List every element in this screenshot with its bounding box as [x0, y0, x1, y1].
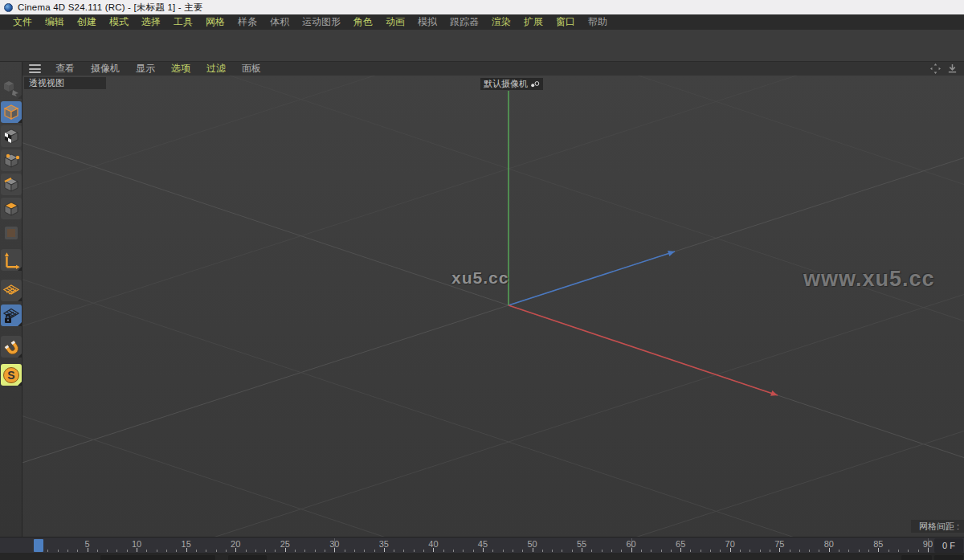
- timeline-tick: [591, 550, 592, 552]
- timeline-tick: [661, 550, 662, 552]
- timeline-tick: [403, 550, 404, 552]
- main-menu-bar: 文件编辑创建模式选择工具网格样条体积运动图形角色动画模拟跟踪器渲染扩展窗口帮助: [0, 14, 964, 30]
- viewport-menu-item[interactable]: 显示: [128, 62, 163, 76]
- viewport-menu-bar: 查看摄像机显示选项过滤面板: [22, 62, 964, 76]
- menu-item[interactable]: 样条: [231, 15, 263, 29]
- timeline-tick: [720, 550, 721, 552]
- workplane-mode-button[interactable]: [1, 280, 22, 301]
- clipped-field: [901, 555, 932, 560]
- timeline-tick: [740, 550, 741, 552]
- points-mode-button[interactable]: [1, 149, 22, 171]
- lock-workplane-button[interactable]: [1, 305, 22, 326]
- timeline-tick: [839, 550, 839, 552]
- menu-item[interactable]: 角色: [347, 15, 379, 29]
- timeline-tick: [364, 550, 365, 552]
- lock-workplane-icon: [2, 306, 21, 325]
- menu-item[interactable]: 扩展: [517, 15, 549, 29]
- viewport-menu-item[interactable]: 摄像机: [83, 62, 128, 76]
- timeline-tick: [671, 550, 672, 552]
- make-editable-icon: [2, 79, 21, 98]
- timeline-tick: [354, 550, 355, 552]
- timeline-tick: [116, 550, 117, 552]
- cinema4d-window: Cinema 4D S24.111 (RC) - [未标题 1] - 主要 文件…: [0, 0, 964, 560]
- watermark-center: xu5.cc: [451, 268, 509, 288]
- view-label-box: 透视视图: [24, 77, 106, 89]
- camera-swap-icon[interactable]: [530, 80, 540, 88]
- timeline-tick: [67, 550, 68, 552]
- timeline-tick: [206, 550, 206, 552]
- timeline-tick: [246, 550, 247, 552]
- timeline-tick: [572, 550, 573, 552]
- timeline-tick: [423, 550, 424, 552]
- make-editable-button[interactable]: [1, 77, 22, 99]
- menu-item[interactable]: 文件: [6, 15, 39, 29]
- menu-item[interactable]: 模式: [103, 15, 135, 29]
- timeline-tick: [503, 550, 504, 552]
- timeline-tick: [47, 550, 48, 552]
- model-mode-button[interactable]: [1, 101, 22, 123]
- current-frame-marker[interactable]: [34, 539, 43, 552]
- timeline-tick: [898, 550, 899, 552]
- menu-item[interactable]: 运动图形: [296, 15, 347, 29]
- edges-mode-button[interactable]: [1, 174, 22, 195]
- timeline-tick: [868, 550, 869, 552]
- timeline-tick: [463, 550, 464, 552]
- polygons-mode-button[interactable]: [1, 198, 22, 219]
- timeline-tick: [334, 548, 335, 552]
- timeline-tick: [483, 548, 484, 552]
- timeline-tick: [196, 550, 197, 552]
- menu-item[interactable]: 创建: [71, 15, 103, 29]
- menu-item[interactable]: 编辑: [39, 15, 71, 29]
- timeline-tick: [611, 550, 612, 552]
- quantize-s-icon: S: [2, 366, 21, 385]
- timeline-tick: [58, 550, 59, 552]
- timeline-tick: [552, 550, 553, 552]
- menu-item[interactable]: 动画: [379, 15, 411, 29]
- snap-button[interactable]: [1, 336, 22, 358]
- viewport-menu-item[interactable]: 选项: [163, 62, 198, 76]
- perspective-viewport[interactable]: 透视视图 默认摄像机 xu5.cc www.xu5.cc 网格间距 :: [22, 76, 964, 537]
- timeline-tick: [88, 548, 88, 552]
- viewport-menu-item[interactable]: 查看: [47, 62, 83, 76]
- menu-item[interactable]: 帮助: [582, 15, 614, 29]
- menu-item[interactable]: 模拟: [411, 15, 443, 29]
- clipped-field: [100, 555, 215, 560]
- main-toolbar: XYZ: [0, 30, 964, 62]
- texture-mode-button[interactable]: [1, 125, 22, 147]
- timeline-tick: [77, 550, 78, 552]
- model-mode-icon: [2, 103, 21, 122]
- menu-item[interactable]: 渲染: [485, 15, 517, 29]
- timeline-tick: [809, 550, 810, 552]
- menu-item[interactable]: 选择: [135, 15, 167, 29]
- axis-mode-icon: [2, 251, 21, 270]
- timeline-tick: [157, 550, 157, 552]
- timeline-tick: [602, 550, 602, 552]
- timeline-tick: [829, 548, 830, 552]
- current-frame-field[interactable]: 0 F: [934, 538, 963, 553]
- timeline-tick: [186, 548, 187, 552]
- uv-mode-button[interactable]: [1, 222, 22, 243]
- timeline-tick: [492, 550, 493, 552]
- grid-spacing-label: 网格间距 :: [919, 521, 959, 533]
- timeline-tick: [710, 550, 711, 552]
- clipped-field: [228, 555, 267, 560]
- menu-item[interactable]: 跟踪器: [443, 15, 485, 29]
- timeline-tick: [315, 550, 316, 552]
- camera-label-box[interactable]: 默认摄像机: [480, 78, 543, 90]
- timeline-ruler[interactable]: 051015202530354045505560657075808590 0 F: [0, 537, 964, 553]
- menu-item[interactable]: 体积: [263, 15, 296, 29]
- camera-label: 默认摄像机: [484, 78, 528, 90]
- timeline-tick: [918, 550, 919, 552]
- viewport-dock-icon[interactable]: [947, 63, 958, 74]
- viewport-menu-item[interactable]: 面板: [234, 62, 269, 76]
- menu-item[interactable]: 窗口: [549, 15, 582, 29]
- menu-item[interactable]: 工具: [167, 15, 199, 29]
- viewport-menu-item[interactable]: 过滤: [198, 62, 234, 76]
- timeline-tick: [414, 550, 415, 552]
- viewport-pan-icon[interactable]: [930, 63, 941, 74]
- axis-mode-button[interactable]: [1, 249, 22, 271]
- timeline-tick: [216, 550, 217, 552]
- menu-item[interactable]: 网格: [199, 15, 231, 29]
- viewport-hamburger-icon[interactable]: [29, 64, 41, 73]
- quantize-button[interactable]: S: [1, 364, 22, 386]
